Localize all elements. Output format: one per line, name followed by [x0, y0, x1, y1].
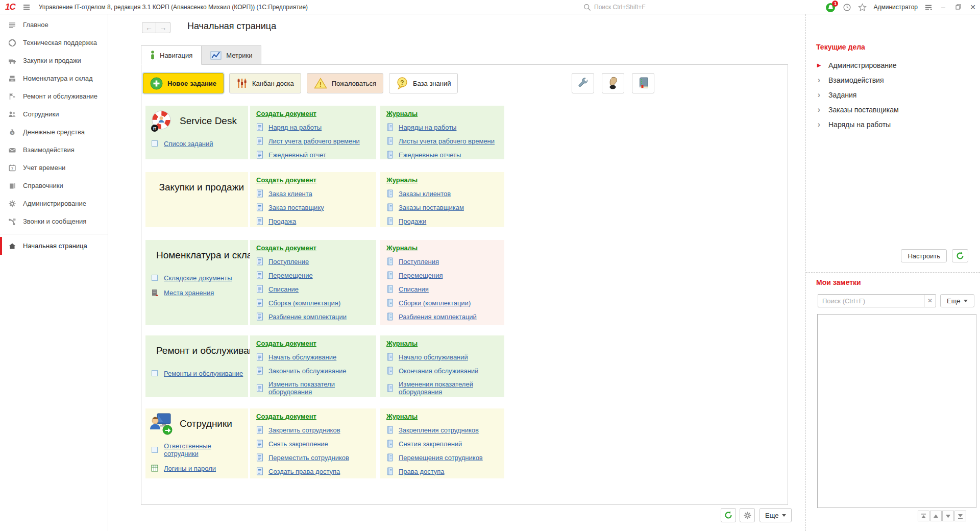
quick-link[interactable]: Ремонты и обслуживание [151, 369, 244, 377]
journal-link[interactable]: Листы учета рабочего времени [386, 137, 504, 145]
back-button[interactable]: ← [142, 22, 156, 33]
user-name[interactable]: Администратор [873, 4, 918, 11]
journal-link[interactable]: Заказы клиентов [386, 189, 504, 198]
journal-link[interactable]: Поступления [386, 257, 504, 266]
create-link[interactable]: Ежедневный отчет [256, 151, 376, 159]
complain-button[interactable]: ! Пожаловаться [307, 73, 383, 93]
barcode-scanner-button[interactable] [602, 73, 624, 93]
journal-link[interactable]: Наряды на работы [386, 123, 504, 131]
scroll-down-button[interactable] [942, 511, 954, 521]
create-link[interactable]: Поступление [256, 257, 376, 266]
settings-wrench-button[interactable] [572, 73, 594, 93]
main-menu-icon[interactable] [22, 4, 31, 11]
create-link[interactable]: Заказ клиента [256, 189, 376, 198]
create-document-header[interactable]: Создать документ [256, 413, 316, 420]
history-icon[interactable] [843, 3, 851, 12]
favorites-star-icon[interactable] [858, 3, 867, 12]
tab-metrics[interactable]: Метрики [202, 45, 261, 65]
service-menu-icon[interactable] [924, 4, 933, 11]
quick-link[interactable]: Логины и пароли [151, 464, 244, 472]
journal-link[interactable]: Продажи [386, 217, 504, 225]
journals-header[interactable]: Журналы [386, 244, 418, 252]
restore-button[interactable] [954, 3, 962, 11]
create-link[interactable]: Закрепить сотрудников [256, 426, 376, 434]
close-button[interactable]: ✕ [969, 3, 977, 11]
journals-header[interactable]: Журналы [386, 176, 418, 184]
journal-link[interactable]: Изменения показателей оборудования [386, 380, 504, 396]
journal-link[interactable]: Закрепления сотрудников [386, 426, 504, 434]
journals-header[interactable]: Журналы [386, 340, 418, 347]
refresh-button[interactable] [721, 508, 736, 522]
notes-list-area[interactable] [817, 314, 976, 508]
create-link[interactable]: Переместить сотрудников [256, 453, 376, 462]
journals-header[interactable]: Журналы [386, 413, 418, 420]
notifications-button[interactable]: 1 [826, 2, 836, 12]
todo-item-tasks[interactable]: ›Задания [816, 87, 899, 102]
journal-link[interactable]: Перемещения сотрудников [386, 453, 504, 462]
quick-link[interactable]: Ответственные сотрудники [151, 442, 244, 457]
create-link[interactable]: Изменить показатели оборудования [256, 380, 376, 396]
settings-gear-button[interactable] [740, 508, 755, 522]
journal-link[interactable]: Ежедневные отчеты [386, 151, 504, 159]
configure-button[interactable]: Настроить [901, 249, 947, 262]
todo-item-interactions[interactable]: ›Взаимодействия [816, 73, 899, 87]
sidebar-item-employees[interactable]: Сотрудники [0, 105, 108, 123]
todo-item-supplier-orders[interactable]: ›Заказы поставщикам [816, 102, 899, 117]
notes-more-button[interactable]: Еще [940, 294, 974, 307]
sidebar-item-home[interactable]: Начальная страница [0, 237, 108, 255]
create-link[interactable]: Сборка (комплектация) [256, 299, 376, 307]
sidebar-item-warehouse[interactable]: Номенклатура и склад [0, 69, 108, 87]
create-document-header[interactable]: Создать документ [256, 244, 316, 252]
scroll-to-bottom-button[interactable] [954, 511, 966, 521]
minimize-button[interactable]: – [939, 3, 947, 11]
knowledge-base-button[interactable]: ? База знаний [389, 73, 458, 93]
create-link[interactable]: Разбиение комплектации [256, 312, 376, 321]
journal-link[interactable]: Окончания обслуживаний [386, 367, 504, 375]
kanban-board-button[interactable]: Канбан доска [229, 73, 301, 93]
create-link[interactable]: Перемещение [256, 271, 376, 279]
sidebar-item-money[interactable]: s Денежные средства [0, 123, 108, 141]
todo-refresh-button[interactable] [952, 249, 968, 262]
create-link[interactable]: Начать обслуживание [256, 353, 376, 361]
scroll-to-top-button[interactable] [918, 511, 929, 521]
journal-link[interactable]: Сборки (комплектации) [386, 299, 504, 307]
more-button[interactable]: Еще [760, 508, 792, 522]
journal-link[interactable]: Списания [386, 285, 504, 293]
new-task-button[interactable]: Новое задание [143, 73, 224, 93]
sidebar-item-purchases[interactable]: Закупки и продажи [0, 52, 108, 69]
journal-link[interactable]: Начало обслуживаний [386, 353, 504, 361]
clear-search-button[interactable]: ✕ [924, 294, 936, 307]
create-link[interactable]: Лист учета рабочего времени [256, 137, 376, 145]
create-document-header[interactable]: Создать документ [256, 176, 316, 184]
create-link[interactable]: Списание [256, 285, 376, 293]
notes-search-input[interactable]: Поиск (Ctrl+F) [818, 294, 924, 307]
forward-button[interactable]: → [156, 22, 170, 33]
create-link[interactable]: Продажа [256, 217, 376, 225]
journal-link[interactable]: Перемещения [386, 271, 504, 279]
journal-link[interactable]: Права доступа [386, 467, 504, 475]
journals-header[interactable]: Журналы [386, 110, 418, 117]
sidebar-item-catalogs[interactable]: Справочники [0, 177, 108, 195]
sidebar-item-tech-support[interactable]: Техническая поддержка [0, 34, 108, 52]
sidebar-item-interactions[interactable]: Взаимодействия [0, 141, 108, 159]
todo-item-work-orders[interactable]: ›Наряды на работы [816, 117, 899, 132]
global-search-input[interactable]: Поиск Ctrl+Shift+F [583, 0, 706, 14]
scroll-up-button[interactable] [930, 511, 942, 521]
quick-link[interactable]: Места хранения [151, 288, 244, 297]
sidebar-item-time-tracking[interactable]: 7 Учет времени [0, 159, 108, 177]
sidebar-item-calls[interactable]: Звонки и сообщения [0, 212, 108, 230]
journal-link[interactable]: Разбиения комплектаций [386, 312, 504, 321]
quick-link[interactable]: Складские документы [151, 274, 244, 282]
sidebar-item-main[interactable]: Главное [0, 16, 108, 34]
journal-link[interactable]: Снятия закреплений [386, 440, 504, 448]
tab-navigation[interactable]: Навигация [141, 45, 202, 65]
todo-item-administration[interactable]: ▶Администрирование [816, 58, 899, 73]
sidebar-item-repair[interactable]: Ремонт и обслуживание [0, 87, 108, 105]
sidebar-item-administration[interactable]: Администрирование [0, 195, 108, 212]
create-link[interactable]: Наряд на работы [256, 123, 376, 131]
create-link[interactable]: Создать права доступа [256, 467, 376, 475]
create-link[interactable]: Закончить обслуживание [256, 367, 376, 375]
create-document-header[interactable]: Создать документ [256, 340, 316, 347]
journal-link[interactable]: Заказы поставщикам [386, 203, 504, 211]
create-document-header[interactable]: Создать документ [256, 110, 316, 117]
